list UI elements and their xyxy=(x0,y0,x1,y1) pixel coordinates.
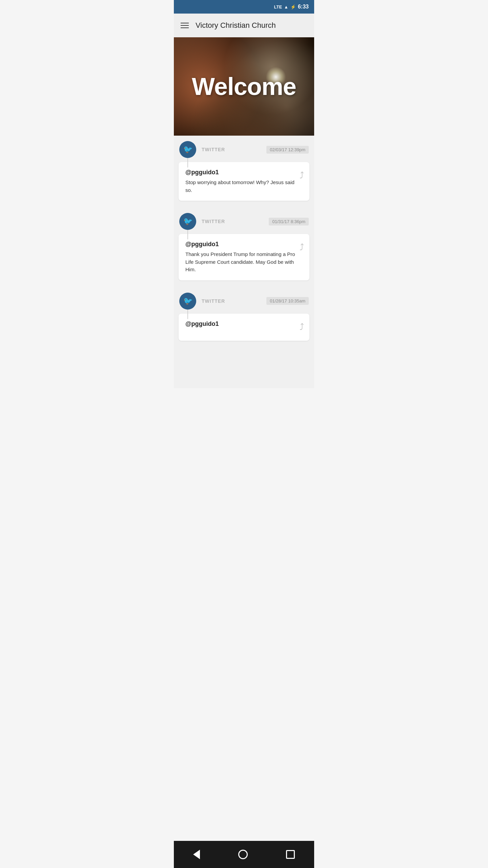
twitter-bird-icon-2: 🐦 xyxy=(183,217,192,226)
twitter-source-label-1: TWITTER xyxy=(202,147,266,152)
hamburger-line-1 xyxy=(181,23,189,23)
hero-welcome-text: Welcome xyxy=(192,73,296,100)
tweet-content-3: @pgguido1 xyxy=(185,320,296,330)
tweet-content-2: @pgguido1 Thank you President Trump for … xyxy=(185,241,296,274)
tweet-text-2: Thank you President Trump for nominating… xyxy=(185,251,296,274)
tweet-content-1: @pgguido1 Stop worrying about tomorrow! … xyxy=(185,169,296,194)
hamburger-line-2 xyxy=(181,25,189,26)
twitter-timestamp-1: 02/03/17 12:39pm xyxy=(266,146,309,154)
signal-icon: ▲ xyxy=(284,4,288,9)
share-button-3[interactable]: ⤴ xyxy=(300,322,304,332)
twitter-source-label-3: TWITTER xyxy=(202,298,266,304)
hamburger-menu-button[interactable] xyxy=(181,23,189,28)
timeline-line-2 xyxy=(187,230,188,239)
twitter-source-label-2: TWITTER xyxy=(202,219,269,224)
twitter-entry-1: 🐦 TWITTER 02/03/17 12:39pm @pgguido1 Sto… xyxy=(174,136,314,201)
tweet-card-2: @pgguido1 Thank you President Trump for … xyxy=(179,234,309,280)
twitter-bird-icon-3: 🐦 xyxy=(183,297,192,305)
timeline-line-3 xyxy=(187,310,188,319)
app-bar: Victory Christian Church xyxy=(174,14,314,37)
twitter-header-3: 🐦 TWITTER 01/28/17 10:35am xyxy=(174,287,314,312)
tweet-card-3: @pgguido1 ⤴ xyxy=(179,314,309,341)
twitter-feed: 🐦 TWITTER 02/03/17 12:39pm @pgguido1 Sto… xyxy=(174,136,314,388)
status-bar: LTE ▲ ⚡ 6:33 xyxy=(174,0,314,14)
hero-banner: Welcome xyxy=(174,37,314,136)
twitter-entry-3: 🐦 TWITTER 01/28/17 10:35am @pgguido1 ⤴ xyxy=(174,287,314,341)
twitter-timestamp-3: 01/28/17 10:35am xyxy=(266,297,309,305)
timeline-line-1 xyxy=(187,158,188,167)
twitter-entry-2: 🐦 TWITTER 01/31/17 8:36pm @pgguido1 Than… xyxy=(174,208,314,280)
status-icons: LTE ▲ ⚡ 6:33 xyxy=(274,4,309,10)
tweet-card-1: @pgguido1 Stop worrying about tomorrow! … xyxy=(179,162,309,201)
twitter-timestamp-2: 01/31/17 8:36pm xyxy=(269,218,309,225)
hamburger-line-3 xyxy=(181,27,189,28)
feed-bottom-spacer xyxy=(174,348,314,381)
lte-icon: LTE xyxy=(274,4,282,9)
twitter-avatar-2: 🐦 xyxy=(179,213,196,230)
battery-icon: ⚡ xyxy=(290,4,296,9)
share-button-1[interactable]: ⤴ xyxy=(300,170,304,181)
tweet-username-2: @pgguido1 xyxy=(185,241,296,248)
share-button-2[interactable]: ⤴ xyxy=(300,242,304,253)
twitter-header-2: 🐦 TWITTER 01/31/17 8:36pm xyxy=(174,208,314,233)
app-title: Victory Christian Church xyxy=(196,21,276,30)
tweet-text-1: Stop worrying about tomorrow! Why? Jesus… xyxy=(185,179,296,194)
twitter-header-1: 🐦 TWITTER 02/03/17 12:39pm xyxy=(174,136,314,161)
tweet-username-3: @pgguido1 xyxy=(185,320,296,328)
status-time: 6:33 xyxy=(298,4,309,10)
twitter-bird-icon-1: 🐦 xyxy=(183,145,192,154)
twitter-avatar-1: 🐦 xyxy=(179,141,196,158)
tweet-username-1: @pgguido1 xyxy=(185,169,296,176)
twitter-avatar-3: 🐦 xyxy=(179,293,196,310)
